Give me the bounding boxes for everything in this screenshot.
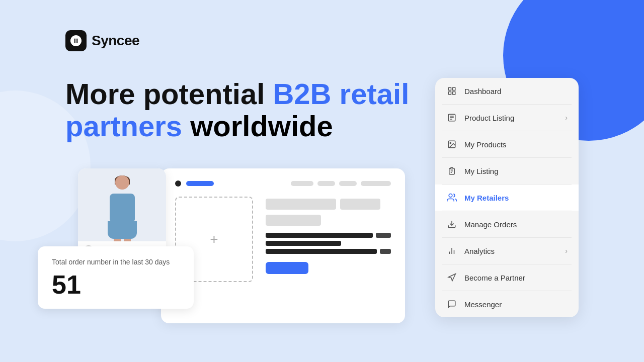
logo-area: Syncee bbox=[65, 30, 139, 51]
people-icon bbox=[446, 192, 457, 203]
chat-icon bbox=[446, 299, 457, 310]
text-block bbox=[266, 233, 391, 254]
sidebar-item-my-listing[interactable]: My Listing bbox=[435, 158, 579, 184]
clipboard-icon bbox=[446, 165, 457, 176]
sidebar-item-analytics[interactable]: Analytics › bbox=[435, 238, 579, 264]
chart-icon bbox=[446, 245, 457, 256]
text-line-3 bbox=[266, 249, 391, 254]
ui-bar-gray2 bbox=[317, 181, 335, 186]
image-icon bbox=[446, 139, 457, 150]
text-line-main-3 bbox=[266, 249, 377, 254]
svg-point-13 bbox=[449, 194, 452, 198]
svg-point-9 bbox=[450, 142, 451, 143]
woman-head bbox=[115, 175, 129, 190]
ui-right bbox=[266, 197, 391, 282]
svg-rect-2 bbox=[448, 92, 451, 95]
syncee-logo-icon bbox=[69, 34, 83, 47]
ui-bar-gray4 bbox=[361, 181, 391, 186]
brand-name: Syncee bbox=[92, 33, 139, 49]
ui-content: + bbox=[175, 197, 391, 282]
field-wide-2 bbox=[266, 215, 321, 226]
woman-leg-left bbox=[114, 239, 121, 242]
svg-rect-10 bbox=[451, 167, 453, 169]
ui-dot bbox=[175, 180, 181, 187]
order-card: Total order number in the last 30 days 5… bbox=[38, 246, 194, 309]
order-number: 51 bbox=[52, 272, 180, 298]
sidebar-label-my-products: My Products bbox=[464, 140, 568, 149]
hero-line3: partners worldwide bbox=[65, 110, 409, 142]
woman-skirt bbox=[108, 221, 137, 239]
svg-rect-0 bbox=[448, 87, 451, 90]
field-row-2 bbox=[266, 215, 391, 226]
document-list-icon bbox=[446, 112, 457, 123]
field-narrow-1 bbox=[340, 199, 380, 210]
sidebar-item-my-products[interactable]: My Products bbox=[435, 131, 579, 157]
sidebar-panel: Dashboard Product Listing › My Products bbox=[435, 78, 579, 317]
woman-leg-right bbox=[124, 239, 131, 242]
ui-btn-row bbox=[266, 262, 391, 274]
chart-bar-icon bbox=[446, 85, 457, 97]
sidebar-item-manage-orders[interactable]: Manage Orders bbox=[435, 211, 579, 237]
chevron-right-icon: › bbox=[565, 114, 568, 122]
text-badge-1 bbox=[376, 233, 391, 238]
sidebar-item-my-retailers[interactable]: My Retailers bbox=[435, 185, 579, 211]
text-badge-3 bbox=[380, 249, 391, 254]
sidebar-label-my-listing: My Listing bbox=[464, 167, 568, 175]
ui-bar-blue bbox=[186, 181, 214, 186]
sidebar-item-messenger[interactable]: Messenger bbox=[435, 291, 579, 317]
plus-icon: + bbox=[210, 232, 218, 246]
sidebar-label-manage-orders: Manage Orders bbox=[464, 220, 568, 229]
svg-rect-3 bbox=[453, 92, 455, 95]
field-wide-1 bbox=[266, 199, 336, 210]
ui-bar-gray1 bbox=[291, 181, 313, 186]
ui-topbar bbox=[175, 180, 391, 187]
svg-rect-1 bbox=[453, 87, 455, 90]
sidebar-label-become-partner: Become a Partner bbox=[464, 274, 568, 282]
hero-line2-blue: B2B retail bbox=[273, 77, 409, 110]
chevron-right-analytics-icon: › bbox=[565, 247, 568, 255]
text-line-2 bbox=[266, 241, 341, 246]
download-icon bbox=[446, 219, 457, 230]
megaphone-icon bbox=[446, 272, 457, 283]
sidebar-label-messenger: Messenger bbox=[464, 300, 568, 309]
sidebar-label-dashboard: Dashboard bbox=[464, 87, 568, 96]
text-line-1 bbox=[266, 233, 391, 238]
sidebar-label-my-retailers: My Retailers bbox=[464, 194, 568, 202]
sidebar-item-dashboard[interactable]: Dashboard bbox=[435, 78, 579, 104]
product-image bbox=[78, 168, 166, 241]
hero-text: More potential B2B retail partners world… bbox=[65, 78, 409, 142]
ui-bar-gray3 bbox=[339, 181, 357, 186]
sidebar-item-product-listing[interactable]: Product Listing › bbox=[435, 105, 579, 131]
ui-panel: + bbox=[161, 168, 405, 323]
woman-legs bbox=[102, 239, 142, 242]
sidebar-label-product-listing: Product Listing bbox=[464, 114, 558, 122]
ui-action-button[interactable] bbox=[266, 262, 308, 274]
field-row-1 bbox=[266, 199, 391, 210]
hero-line1: More potential B2B retail bbox=[65, 78, 409, 110]
order-label: Total order number in the last 30 days bbox=[52, 257, 180, 266]
text-line-main-1 bbox=[266, 233, 373, 238]
woman-figure bbox=[102, 172, 142, 238]
sidebar-item-become-partner[interactable]: Become a Partner bbox=[435, 264, 579, 291]
woman-body bbox=[110, 194, 135, 221]
sidebar-label-analytics: Analytics bbox=[464, 247, 558, 255]
logo-icon bbox=[65, 30, 87, 51]
